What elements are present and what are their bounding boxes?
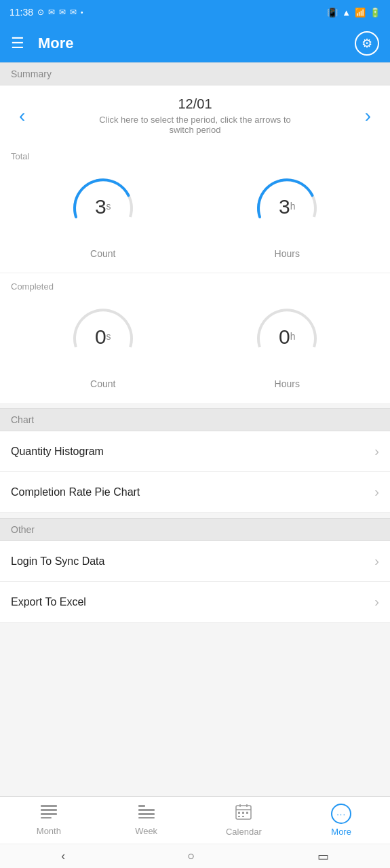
quantity-histogram-label: Quantity Histogram [11, 446, 104, 458]
date-display: 12/01 [33, 96, 356, 112]
completed-count-container: 0s Count [56, 300, 151, 389]
completed-hours-container: 0h Hours [239, 300, 334, 389]
calendar-label: Calendar [226, 827, 262, 837]
chart-section: Chart Quantity Histogram › Completion Ra… [0, 408, 390, 513]
completed-hours-circle: 0h [250, 300, 324, 374]
total-hours-value: 3h [279, 197, 295, 217]
other-section: Other Login To Sync Data › Export To Exc… [0, 518, 390, 623]
svg-rect-15 [238, 816, 240, 817]
header-title: More [38, 35, 341, 52]
app-header: ☰ More ⚙ [0, 24, 390, 62]
nav-more[interactable]: ··· More [292, 797, 390, 844]
completed-count-value: 0s [95, 327, 111, 347]
menu-icon[interactable]: ☰ [11, 35, 24, 52]
bottom-nav: Month Week Cale [0, 796, 390, 844]
completed-count-label: Count [90, 378, 115, 389]
completed-hours-unit: h [290, 331, 296, 342]
status-icon-3: ✉ [59, 7, 66, 17]
total-label: Total [0, 146, 390, 164]
svg-rect-7 [138, 817, 155, 818]
signal-icon: 📶 [355, 7, 366, 18]
spacer [0, 623, 390, 647]
status-dot: • [81, 9, 83, 16]
completed-stats-row: 0s Count 0h Hours [0, 294, 390, 395]
android-recent-button[interactable]: ▭ [317, 849, 329, 864]
export-excel-label: Export To Excel [11, 596, 86, 608]
completed-hours-value: 0h [279, 327, 295, 347]
nav-month[interactable]: Month [0, 797, 98, 844]
week-label: Week [135, 826, 157, 836]
completed-count-number: 0 [95, 326, 106, 348]
total-stats-row: 3s Count 3h Hours [0, 164, 390, 264]
main-content: Summary ‹ 12/01 Click here to select the… [0, 62, 390, 722]
total-stats-section: Total 3s Count [0, 143, 390, 273]
completed-count-circle: 0s [66, 300, 140, 374]
date-selector[interactable]: ‹ 12/01 Click here to select the period,… [0, 85, 390, 143]
svg-rect-16 [242, 816, 244, 817]
svg-rect-1 [41, 809, 57, 811]
week-icon [138, 804, 155, 823]
completed-stats-section: Completed 0s Count [0, 273, 390, 403]
quantity-histogram-chevron: › [374, 443, 379, 459]
total-hours-label: Hours [275, 248, 300, 259]
chart-section-label: Chart [0, 408, 390, 431]
total-count-unit: s [106, 201, 111, 212]
prev-period-button[interactable]: ‹ [11, 100, 33, 132]
total-count-value: 3s [95, 197, 111, 217]
nav-week[interactable]: Week [98, 797, 195, 844]
total-count-circle: 3s [66, 170, 140, 244]
more-circle-icon: ··· [331, 804, 351, 824]
quantity-histogram-item[interactable]: Quantity Histogram › [0, 431, 390, 472]
status-icon-4: ✉ [70, 7, 77, 17]
status-icons-right: 📳 ▲ 📶 🔋 [327, 7, 381, 18]
more-label: More [331, 827, 351, 837]
completed-hours-label: Hours [275, 378, 300, 389]
login-sync-item[interactable]: Login To Sync Data › [0, 541, 390, 582]
month-label: Month [37, 826, 61, 836]
android-nav: ‹ ○ ▭ [0, 844, 390, 868]
android-home-button[interactable]: ○ [188, 849, 195, 863]
month-icon [40, 804, 58, 823]
time-display: 11:38 [9, 7, 33, 18]
svg-rect-4 [138, 805, 145, 807]
status-icon-2: ✉ [48, 7, 55, 17]
svg-rect-3 [41, 817, 52, 818]
svg-rect-13 [242, 812, 244, 814]
total-hours-unit: h [290, 201, 296, 212]
status-bar: 11:38 ⊙ ✉ ✉ ✉ • 📳 ▲ 📶 🔋 [0, 0, 390, 24]
completion-rate-chevron: › [374, 484, 379, 500]
svg-rect-0 [41, 805, 57, 807]
settings-icon[interactable]: ⚙ [355, 31, 379, 56]
summary-section-label: Summary [0, 62, 390, 85]
next-period-button[interactable]: › [357, 100, 379, 132]
completed-hours-number: 0 [279, 326, 290, 348]
other-section-label: Other [0, 518, 390, 541]
nav-calendar[interactable]: Calendar [195, 797, 293, 844]
date-selector-center[interactable]: 12/01 Click here to select the period, c… [33, 96, 356, 135]
svg-rect-5 [138, 809, 155, 811]
calendar-icon [235, 804, 252, 824]
status-time: 11:38 ⊙ ✉ ✉ ✉ • [9, 7, 83, 18]
completion-rate-label: Completion Rate Pie Chart [11, 486, 140, 498]
completion-rate-item[interactable]: Completion Rate Pie Chart › [0, 472, 390, 513]
wifi-icon: ▲ [342, 7, 351, 18]
export-excel-item[interactable]: Export To Excel › [0, 582, 390, 623]
svg-rect-2 [41, 813, 57, 815]
total-hours-number: 3 [279, 195, 290, 218]
total-hours-circle: 3h [250, 170, 324, 244]
total-count-number: 3 [95, 195, 106, 218]
login-sync-chevron: › [374, 553, 379, 569]
svg-rect-12 [238, 812, 240, 814]
vibrate-icon: 📳 [327, 7, 338, 18]
android-back-button[interactable]: ‹ [61, 849, 65, 863]
total-hours-container: 3h Hours [239, 170, 334, 259]
status-icon-1: ⊙ [37, 7, 44, 17]
date-hint: Click here to select the period, click t… [33, 115, 356, 135]
total-count-label: Count [90, 248, 115, 259]
completed-count-unit: s [106, 331, 111, 342]
svg-rect-14 [246, 812, 248, 814]
completed-label: Completed [0, 276, 390, 294]
battery-icon: 🔋 [370, 7, 381, 18]
login-sync-label: Login To Sync Data [11, 555, 104, 568]
total-count-container: 3s Count [56, 170, 151, 259]
